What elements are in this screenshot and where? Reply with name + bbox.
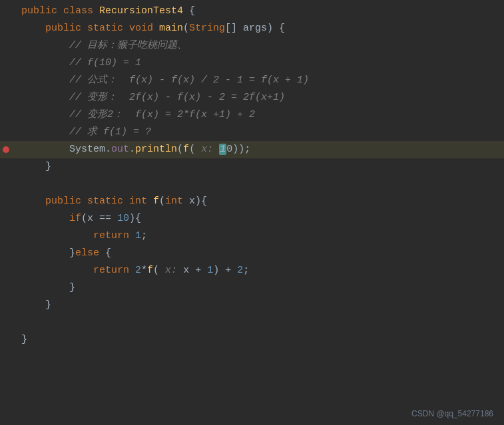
breakpoint-dot [3,146,9,153]
fn-token: f [183,144,189,155]
code-line: // 变形： 2f(x) - f(x) - 2 = 2f(x+1) [0,89,504,106]
plain-token: . [129,144,135,155]
num-token: 2 [135,265,141,276]
line-content: } [19,279,75,297]
plain-token [21,265,93,276]
plain-token [21,144,69,155]
code-line: } [0,279,504,297]
plain-token [21,213,69,224]
code-editor: public class RecursionTest4 { public sta… [0,0,504,425]
line-content: public static void main(String[] args) { [19,20,285,37]
plain-token: * [141,265,147,276]
param-hint-highlight-token: 1 [219,144,226,155]
plain-token: 0)); [226,144,250,155]
code-line: } [0,158,504,176]
code-lines: public class RecursionTest4 { public sta… [0,0,504,349]
code-line: }else { [0,245,504,262]
num-token: 1 [135,230,141,241]
cm-token: // 变形： 2f(x) - f(x) - 2 = 2f(x+1) [69,92,285,103]
kw-token: public class [21,5,99,17]
kw-token: return [93,265,135,276]
kw-token: public static void [45,23,159,34]
plain-token: } [21,161,51,172]
fn-token: main [159,23,183,34]
plain-token: } [21,282,75,293]
code-line: // 目标：猴子吃桃问题、 [0,37,504,55]
line-content: } [19,331,27,349]
plain-token [21,109,69,120]
plain-token: ( [183,23,189,34]
cm-token: // 变形2： f(x) = 2*f(x +1) + 2 [69,109,255,120]
line-content: // 变形2： f(x) = 2*f(x +1) + 2 [19,106,255,124]
line-content: } [19,158,51,176]
code-line: } [0,297,504,314]
plain-token: { [183,5,195,17]
num-token: 10 [117,213,129,224]
cm-token: // 求 f(1) = ? [69,126,151,138]
code-line: if(x == 10){ [0,210,504,227]
line-content: // 公式： f(x) - f(x) / 2 - 1 = f(x + 1) [19,72,309,89]
sys-token: System [69,144,105,155]
code-line [0,176,504,193]
plain-token [21,126,69,138]
plain-token: ( [159,196,165,207]
line-content: // 求 f(1) = ? [19,124,151,141]
plain-token [21,92,69,103]
kw-token: return [93,230,135,241]
plain-token: x + [183,265,207,276]
watermark: CSDN @qq_54277186 [411,409,493,418]
code-line: return 2*f( x: x + 1) + 2; [0,262,504,279]
plain-token [21,40,69,51]
plain-token [21,196,45,207]
param-hint-token: x: [159,265,183,276]
cm-token: // f(10) = 1 [69,57,141,69]
code-line: return 1; [0,227,504,245]
line-content: public static int f(int x){ [19,193,207,210]
plain-token: } [21,247,75,259]
plain-token [21,57,69,69]
plain-token [21,230,93,241]
code-line: System.out.println(f( x: 10)); [0,141,504,158]
cm-token: // 目标：猴子吃桃问题、 [69,40,187,51]
fn-token: println [135,144,177,155]
plain-token: ( [189,144,195,155]
plain-token: ; [243,265,249,276]
plain-token: ) + [213,265,237,276]
plain-token: (x == [81,213,117,224]
kw-token: public static int [45,196,153,207]
line-content: }else { [19,245,111,262]
code-line: // 公式： f(x) - f(x) / 2 - 1 = f(x + 1) [0,72,504,89]
num-token: 2 [237,265,243,276]
param-hint-token: x: [195,144,219,155]
plain-token: . [105,144,111,155]
kw-token: else [75,247,99,259]
plain-token: { [99,247,111,259]
out-kw-token: out [111,144,129,155]
code-line [0,314,504,331]
plain-token: } [21,299,51,311]
plain-token [21,23,45,34]
line-content: // 目标：猴子吃桃问题、 [19,37,187,55]
line-content: System.out.println(f( x: 10)); [19,141,250,158]
code-line: } [0,331,504,349]
line-content: } [19,297,51,314]
plain-token [21,74,69,86]
cm-token: // 公式： f(x) - f(x) / 2 - 1 = f(x + 1) [69,74,309,86]
code-line: public class RecursionTest4 { [0,3,504,20]
code-line: // 求 f(1) = ? [0,124,504,141]
code-line: public static int f(int x){ [0,193,504,210]
line-content: return 2*f( x: x + 1) + 2; [19,262,249,279]
kw-token: String [189,23,225,34]
line-content: if(x == 10){ [19,210,141,227]
line-content: return 1; [19,227,147,245]
line-content: // f(10) = 1 [19,55,141,72]
code-line: public static void main(String[] args) { [0,20,504,37]
plain-token: ){ [129,213,141,224]
plain-token: ( [153,265,159,276]
code-line: // 变形2： f(x) = 2*f(x +1) + 2 [0,106,504,124]
plain-token: ; [141,230,147,241]
code-line: // f(10) = 1 [0,55,504,72]
plain-token: [] args) { [225,23,285,34]
line-content: // 变形： 2f(x) - f(x) - 2 = 2f(x+1) [19,89,285,106]
kw-token: if [69,213,81,224]
